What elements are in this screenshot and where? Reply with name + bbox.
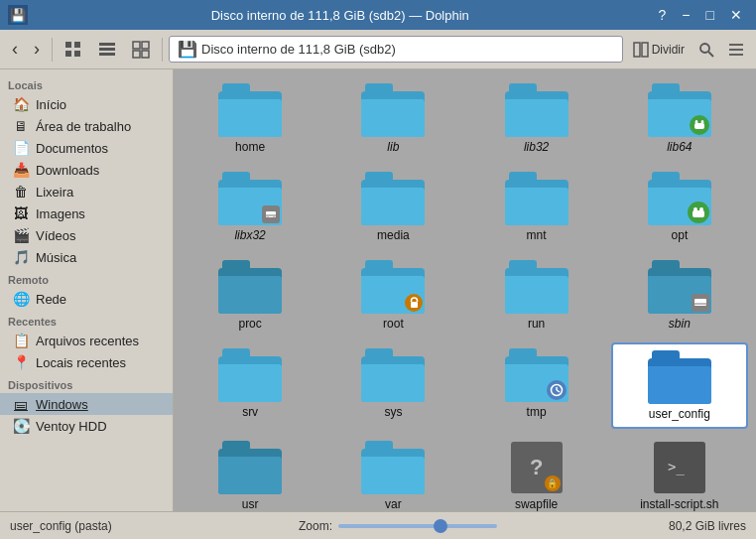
file-item-tmp[interactable]: tmp bbox=[468, 342, 605, 429]
sidebar-item-imagens[interactable]: 🖼 Imagens bbox=[0, 202, 173, 224]
sidebar: Locais 🏠 Início 🖥 Área de trabalho 📄 Doc… bbox=[0, 69, 174, 511]
view-compact-icon bbox=[132, 41, 150, 59]
location-bar[interactable]: 💾 Disco interno de 111,8 GiB (sdb2) bbox=[169, 36, 623, 63]
view-icons-icon bbox=[64, 41, 82, 59]
terminal-file: >_ bbox=[654, 442, 705, 493]
hdd-icon: 💾 bbox=[178, 40, 197, 59]
file-name-libx32: libx32 bbox=[234, 228, 265, 242]
file-item-lib[interactable]: lib bbox=[324, 77, 461, 160]
sidebar-item-documentos[interactable]: 📄 Documentos bbox=[0, 137, 173, 159]
sidebar-downloads-label: Downloads bbox=[36, 163, 99, 178]
svg-text:>_: >_ bbox=[668, 459, 685, 475]
back-button[interactable]: ‹ bbox=[6, 35, 24, 64]
file-name-var: var bbox=[385, 497, 402, 511]
recent-places-icon: 📍 bbox=[12, 354, 30, 370]
free-space-text: 80,2 GiB livres bbox=[627, 519, 746, 533]
folder-icon-mnt bbox=[505, 172, 568, 225]
sidebar-item-musica[interactable]: 🎵 Música bbox=[0, 246, 173, 268]
location-text: Disco interno de 111,8 GiB (sdb2) bbox=[201, 42, 396, 57]
search-icon bbox=[698, 42, 714, 58]
file-item-home[interactable]: home bbox=[182, 77, 318, 160]
file-name-tmp: tmp bbox=[527, 405, 547, 419]
file-item-lib32[interactable]: lib32 bbox=[468, 77, 605, 160]
network-icon: 🌐 bbox=[12, 291, 30, 307]
svg-point-13 bbox=[700, 44, 709, 53]
file-item-libx32[interactable]: libx32 bbox=[182, 166, 318, 248]
svg-rect-21 bbox=[695, 120, 697, 124]
swap-file-icon: ? 🔒 bbox=[505, 441, 568, 494]
file-item-sbin[interactable]: sbin bbox=[611, 254, 748, 337]
file-item-proc[interactable]: proc bbox=[182, 254, 318, 337]
sidebar-item-arquivos-recentes[interactable]: 📋 Arquivos recentes bbox=[0, 330, 173, 351]
file-item-var[interactable]: var bbox=[324, 435, 461, 511]
svg-rect-20 bbox=[694, 123, 704, 129]
file-item-sys[interactable]: sys bbox=[324, 342, 461, 429]
file-item-srv[interactable]: srv bbox=[182, 342, 318, 429]
sidebar-item-locais-recentes[interactable]: 📍 Locais recentes bbox=[0, 351, 173, 373]
toolbar-separator-2 bbox=[162, 38, 163, 62]
sidebar-item-rede[interactable]: 🌐 Rede bbox=[0, 288, 173, 310]
toolbar-separator bbox=[52, 38, 53, 62]
zoom-thumb bbox=[434, 519, 447, 533]
statusbar: user_config (pasta) Zoom: 80,2 GiB livre… bbox=[0, 511, 756, 539]
file-item-user-config[interactable]: user_config bbox=[611, 342, 748, 429]
file-item-opt[interactable]: opt bbox=[611, 166, 748, 248]
folder-icon-user-config bbox=[648, 350, 711, 404]
sidebar-item-area-de-trabalho[interactable]: 🖥 Área de trabalho bbox=[0, 115, 173, 137]
split-icon bbox=[633, 42, 649, 58]
images-icon: 🖼 bbox=[12, 205, 30, 221]
sidebar-item-windows[interactable]: 🖴 Windows bbox=[0, 393, 173, 415]
split-button[interactable]: Dividir bbox=[627, 38, 691, 62]
view-list-button[interactable] bbox=[92, 37, 122, 63]
file-name-sbin: sbin bbox=[669, 317, 691, 331]
file-item-run[interactable]: run bbox=[468, 254, 605, 337]
documents-icon: 📄 bbox=[12, 140, 30, 156]
file-item-media[interactable]: media bbox=[324, 166, 461, 248]
file-area[interactable]: home lib lib32 bbox=[174, 69, 756, 511]
help-button[interactable]: ? bbox=[653, 5, 673, 25]
svg-point-26 bbox=[273, 216, 275, 218]
sidebar-item-downloads[interactable]: 📥 Downloads bbox=[0, 159, 173, 181]
folder-icon-lib bbox=[361, 83, 425, 137]
maximize-button[interactable]: □ bbox=[700, 5, 720, 25]
sidebar-item-inicio[interactable]: 🏠 Início bbox=[0, 93, 173, 115]
svg-rect-4 bbox=[99, 43, 115, 46]
sidebar-images-label: Imagens bbox=[36, 206, 85, 221]
svg-rect-30 bbox=[694, 207, 696, 212]
zoom-slider[interactable] bbox=[338, 524, 497, 528]
desktop-icon: 🖥 bbox=[12, 118, 30, 134]
file-name-sys: sys bbox=[384, 405, 402, 419]
file-item-usr[interactable]: usr bbox=[182, 435, 318, 511]
search-button[interactable] bbox=[693, 38, 720, 62]
folder-icon-tmp bbox=[505, 348, 568, 402]
file-item-root[interactable]: root bbox=[324, 254, 461, 337]
file-item-install-script[interactable]: >_ install-script.sh bbox=[611, 435, 748, 511]
sidebar-docs-label: Documentos bbox=[36, 141, 108, 156]
titlebar-left: 💾 bbox=[8, 5, 28, 25]
file-item-swapfile[interactable]: ? 🔒 swapfile bbox=[468, 435, 605, 511]
folder-icon-srv bbox=[218, 348, 282, 402]
close-button[interactable]: ✕ bbox=[724, 5, 748, 25]
drive-badge bbox=[262, 205, 280, 223]
sidebar-item-ventoy-hdd[interactable]: 💽 Ventoy HDD bbox=[0, 415, 173, 437]
file-name-srv: srv bbox=[242, 405, 258, 419]
view-compact-button[interactable] bbox=[126, 37, 156, 63]
windows-drive-icon: 🖴 bbox=[12, 396, 30, 412]
sidebar-ventoy-label: Ventoy HDD bbox=[36, 419, 107, 434]
file-grid: home lib lib32 bbox=[182, 77, 748, 511]
folder-icon-opt bbox=[648, 172, 711, 225]
file-item-mnt[interactable]: mnt bbox=[468, 166, 605, 248]
view-icons-button[interactable] bbox=[59, 37, 88, 63]
sidebar-desktop-label: Área de trabalho bbox=[36, 119, 131, 134]
menu-button[interactable] bbox=[722, 38, 750, 62]
sidebar-item-videos[interactable]: 🎬 Vídeos bbox=[0, 224, 173, 246]
sidebar-music-label: Música bbox=[36, 250, 76, 265]
forward-button[interactable]: › bbox=[28, 35, 46, 64]
svg-rect-32 bbox=[411, 302, 418, 308]
minimize-button[interactable]: − bbox=[676, 5, 695, 25]
status-text: user_config (pasta) bbox=[10, 519, 169, 533]
file-item-lib64[interactable]: lib64 bbox=[611, 77, 748, 160]
sidebar-item-lixeira[interactable]: 🗑 Lixeira bbox=[0, 181, 173, 202]
folder-icon-run bbox=[505, 260, 568, 314]
sidebar-rede-label: Rede bbox=[36, 292, 66, 307]
